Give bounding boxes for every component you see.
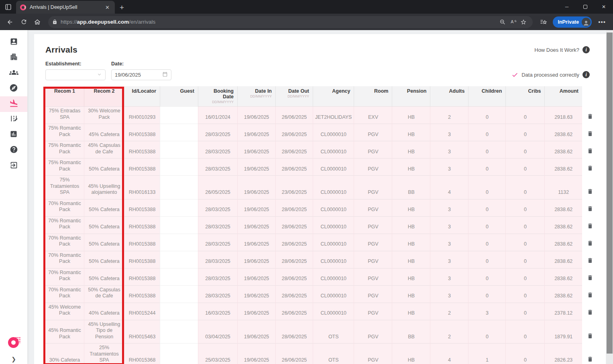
delete-row-button[interactable]	[587, 148, 593, 155]
home-icon[interactable]	[31, 16, 43, 28]
status-info-icon[interactable]: i	[582, 71, 590, 78]
cell-cribs: 0	[506, 176, 545, 199]
sidebar-item-arrivals[interactable]	[0, 96, 27, 112]
cell-actions	[582, 251, 598, 268]
table-row: 45% Welcome Pack40% CafeteraRH001524416/…	[45, 303, 598, 320]
tab-actions-menu-icon[interactable]	[0, 0, 16, 14]
cell-room: PGV	[354, 234, 392, 251]
cell-recom1: 30% Cafetera	[45, 344, 84, 364]
cell-agency: CL0000010	[313, 268, 354, 285]
back-icon[interactable]	[4, 16, 16, 28]
cell-room: PGV	[354, 124, 392, 141]
cell-agency: CL0000010	[313, 234, 354, 251]
cell-room: PGV	[354, 344, 392, 364]
cell-agency: OTS	[313, 344, 354, 364]
delete-row-button[interactable]	[587, 240, 593, 248]
cell-date_in: 19/06/2025	[238, 141, 276, 159]
cell-children: 0	[468, 216, 506, 234]
refresh-icon[interactable]	[18, 16, 30, 28]
add-favorite-star-icon[interactable]	[518, 17, 529, 27]
date-input[interactable]: 19/06/2025	[111, 69, 171, 80]
browser-toolbar: https://app.deepupsell.com/en/arrivals A…	[0, 14, 613, 30]
sidebar-item-analytics[interactable]	[0, 127, 27, 143]
cell-guest	[160, 234, 198, 251]
inprivate-profile-button[interactable]: InPrivate	[553, 16, 592, 28]
column-header-booking_date: Booking DateDD/MM/YYYY	[198, 86, 238, 107]
status-text: Data processed correctly	[521, 72, 579, 78]
establishment-select[interactable]	[45, 69, 106, 80]
cell-date_out: 26/06/2025	[276, 303, 313, 320]
cell-adults: 3	[430, 159, 468, 176]
window-minimize-button[interactable]: ─	[558, 0, 576, 14]
info-icon[interactable]: i	[582, 46, 590, 53]
cell-recom1: 70% Romantic Pack	[45, 199, 84, 216]
cell-recom1: 75% Entradas SPA	[45, 107, 84, 124]
cell-amount: 2838.62	[545, 251, 582, 268]
delete-row-button[interactable]	[587, 257, 593, 265]
delete-row-button[interactable]	[587, 130, 593, 138]
delete-row-button[interactable]	[587, 333, 593, 340]
cell-cribs: 0	[506, 344, 545, 364]
calendar-icon[interactable]	[162, 71, 168, 78]
arrivals-panel: Arrivals How Does It Work? i Establishme…	[34, 34, 606, 364]
sidebar-item-explore[interactable]	[0, 81, 27, 97]
cell-amount: 2838.62	[545, 234, 582, 251]
cell-amount: 2838.62	[545, 268, 582, 285]
sidebar-item-edit-road[interactable]	[0, 112, 27, 128]
sidebar-item-logout[interactable]	[0, 158, 27, 174]
how-it-works-link[interactable]: How Does It Work? i	[534, 46, 590, 53]
cell-date_out: 28/06/2025	[276, 159, 313, 176]
url-text: https://app.deepupsell.com/en/arrivals	[61, 19, 497, 25]
profile-avatar	[582, 18, 591, 26]
window-maximize-button[interactable]	[576, 0, 595, 14]
sidebar-item-help[interactable]	[0, 143, 27, 159]
sidebar-expand-chevron[interactable]: ❯	[0, 356, 27, 362]
delete-row-button[interactable]	[587, 165, 593, 173]
delete-row-button[interactable]	[587, 275, 593, 282]
browser-tab[interactable]: Arrivals | DeepUpSell ✕	[16, 1, 115, 14]
cell-pension: HB	[392, 234, 430, 251]
sidebar-item-account[interactable]	[0, 35, 27, 50]
delete-row-button[interactable]	[587, 309, 593, 317]
window-close-button[interactable]: ✕	[595, 0, 613, 14]
read-aloud-icon[interactable]: A	[508, 17, 518, 27]
cell-room: PGV	[354, 268, 392, 285]
delete-row-button[interactable]	[587, 223, 593, 230]
sidebar-item-guests[interactable]	[0, 65, 27, 81]
arrivals-table: Recom 1Recom 2Id/LocatorGuestBooking Dat…	[45, 86, 598, 364]
delete-row-button[interactable]	[587, 292, 593, 299]
zoom-out-icon[interactable]	[497, 17, 508, 27]
cell-pension: HB	[392, 216, 430, 234]
cell-date_out: 28/06/2025	[276, 216, 313, 234]
delete-row-button[interactable]	[587, 113, 593, 121]
cell-amount: 2918.63	[545, 107, 582, 124]
cell-recom2: 50% Cafetera	[84, 251, 124, 268]
site-security-lock-icon[interactable]	[52, 19, 57, 24]
cell-room: PGV	[354, 159, 392, 176]
establishment-field: Establishment:	[45, 61, 106, 80]
cell-agency: OTS	[313, 320, 354, 344]
cell-date_in: 19/06/2025	[238, 285, 276, 303]
address-bar[interactable]: https://app.deepupsell.com/en/arrivals A	[48, 16, 533, 28]
chevron-down-icon	[97, 72, 102, 78]
delete-row-button[interactable]	[587, 205, 593, 213]
tab-close-icon[interactable]: ✕	[103, 4, 112, 11]
delete-row-button[interactable]	[587, 356, 593, 364]
cell-date_in: 19/06/2025	[238, 234, 276, 251]
table-row: 70% Romantic Pack50% CafeteraRH001538828…	[45, 268, 598, 285]
inprivate-label: InPrivate	[558, 19, 579, 25]
cell-booking_date: 25/03/2025	[198, 344, 238, 364]
column-header-amount: Amount	[545, 86, 582, 107]
cell-guest	[160, 199, 198, 216]
page-scrollbar	[606, 30, 613, 364]
scrollbar-thumb[interactable]	[607, 33, 613, 354]
favorites-bar-icon[interactable]	[538, 16, 550, 28]
delete-row-button[interactable]	[587, 188, 593, 196]
logo-dots-decoration	[15, 337, 21, 343]
cell-amount: 2838.62	[545, 216, 582, 234]
sidebar-item-establishments[interactable]	[0, 50, 27, 66]
cell-id_locator: RH0015463	[124, 320, 160, 344]
browser-settings-menu-icon[interactable]: •••	[595, 18, 609, 25]
new-tab-button[interactable]: +	[115, 3, 129, 14]
tab-title: Arrivals | DeepUpSell	[30, 4, 103, 10]
